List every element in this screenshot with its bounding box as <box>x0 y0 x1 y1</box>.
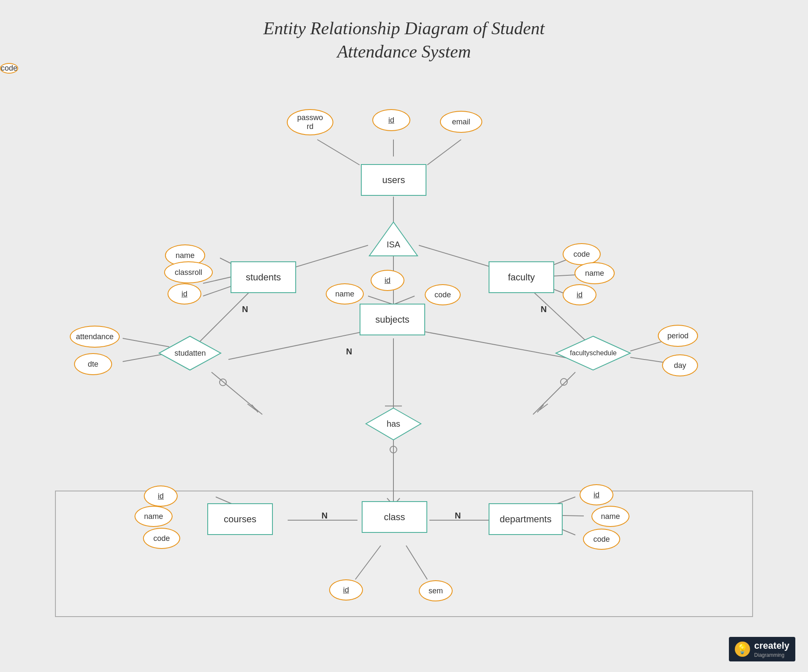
attr-courses-name: name <box>135 506 173 527</box>
card-n-faculty: N <box>541 304 547 314</box>
attr-faculty-name: name <box>574 262 615 284</box>
svg-line-23 <box>415 330 575 359</box>
isa-triangle-svg: ISA <box>367 220 420 258</box>
svg-line-32 <box>539 404 548 410</box>
entity-courses: courses <box>207 503 273 535</box>
attr-day: day <box>662 354 698 376</box>
entity-class: class <box>362 501 427 533</box>
svg-text:ISA: ISA <box>387 240 401 249</box>
card-n-class-courses: N <box>322 511 327 521</box>
creately-logo: 💡 creately Diagramming <box>729 637 795 661</box>
svg-line-33 <box>537 405 544 412</box>
attr-dept-name: name <box>591 506 629 527</box>
attr-dept-id: id <box>580 484 613 505</box>
diagram-title: Entity Relationship Diagram of Student A… <box>0 0 808 63</box>
entity-departments: departments <box>489 503 563 535</box>
main-container: Entity Relationship Diagram of Student A… <box>0 0 808 672</box>
attr-subjects-id: id <box>371 270 404 291</box>
rel-facultyschedule: facultyschedule <box>554 334 632 372</box>
attr-class-id: id <box>329 579 363 601</box>
attr-class-sem: sem <box>419 580 453 601</box>
attr-subjects-name: name <box>326 283 364 304</box>
attr-courses-id: id <box>144 485 178 507</box>
attr-students-classroll: classroll <box>164 261 213 283</box>
card-n-students: N <box>242 304 248 314</box>
svg-line-4 <box>427 140 461 165</box>
entity-users: users <box>361 164 426 196</box>
creately-brand-text: creately Diagramming <box>754 640 789 658</box>
rel-has: has <box>364 406 423 442</box>
svg-point-27 <box>220 379 226 386</box>
svg-line-6 <box>283 245 368 271</box>
attr-users-password: password <box>287 109 333 135</box>
entity-subjects: subjects <box>360 304 425 335</box>
attr-attendance: attendance <box>70 326 120 348</box>
title-line1: Entity Relationship Diagram of Student <box>0 17 808 40</box>
creately-bulb-icon: 💡 <box>735 642 750 657</box>
attr-subjects-code: code <box>0 63 18 74</box>
svg-line-16 <box>393 296 415 304</box>
attr-dept-code: code <box>583 529 620 550</box>
svg-point-31 <box>561 379 567 385</box>
svg-line-28 <box>247 404 256 410</box>
svg-marker-50 <box>369 222 418 256</box>
title-line2: Attendance System <box>0 40 808 63</box>
attr-period: period <box>658 325 698 347</box>
svg-line-15 <box>368 296 393 304</box>
entity-faculty: faculty <box>489 261 554 293</box>
svg-line-29 <box>252 405 258 412</box>
card-n-class-dept: N <box>455 511 461 521</box>
svg-point-37 <box>390 446 397 453</box>
attr-courses-code: code <box>143 528 180 549</box>
attr-faculty-id: id <box>563 284 596 305</box>
svg-line-3 <box>317 140 360 165</box>
rel-studatten: studatten <box>157 334 223 372</box>
card-n-subjects-studatten: N <box>346 347 352 357</box>
svg-line-30 <box>533 372 575 414</box>
attr-users-email: email <box>440 111 482 133</box>
svg-line-26 <box>212 372 262 414</box>
entity-students: students <box>231 261 296 293</box>
attr-dte: dte <box>74 353 112 375</box>
attr-subjects-code-right: code <box>425 284 461 305</box>
attr-students-id: id <box>168 283 201 304</box>
attr-users-id: id <box>372 109 410 131</box>
isa-triangle: ISA <box>367 220 420 258</box>
